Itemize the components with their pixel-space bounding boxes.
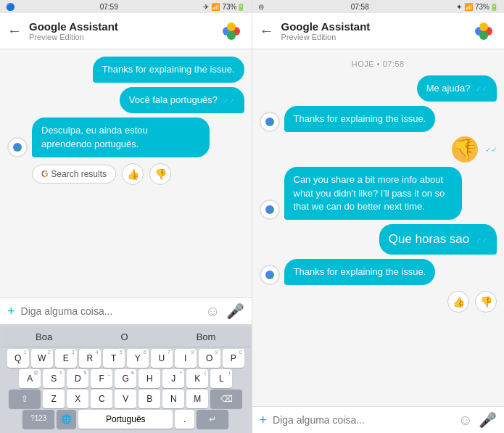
date-divider: HOJE • 07:58 [260,57,497,71]
key-f[interactable]: F_ [91,369,112,388]
key-globe[interactable]: 🌐 [57,410,76,429]
suggestion-o[interactable]: O [115,330,133,344]
avatar-right-2 [260,199,280,220]
key-period[interactable]: . [175,410,194,429]
message-row: Que horas sao ✓✓ [260,224,497,255]
search-results-button[interactable]: G Search results [32,165,116,183]
action-buttons-left: G Search results 👍 👎 [7,162,244,186]
key-m[interactable]: M [186,389,208,408]
plus-icon-right[interactable]: + [260,413,268,428]
key-a[interactable]: A@ [19,369,41,388]
app-bar-right: ← Google Assistant Preview Edition [252,13,505,49]
svg-point-6 [479,22,488,31]
key-x[interactable]: X [67,389,88,408]
plus-icon-left[interactable]: + [7,304,15,319]
app-title-right: Google Assistant Preview Edition [281,20,471,41]
key-t[interactable]: T5 [103,349,125,368]
avatar-left [7,137,28,157]
bubble-que-horas: Que horas sao ✓✓ [379,224,497,255]
key-i[interactable]: I8 [175,349,197,368]
message-row: Você fala português? ✓✓ [7,87,244,113]
message-input-left[interactable] [21,305,200,317]
back-button-right[interactable]: ← [260,22,274,39]
bubble-thanks-right: Thanks for explaining the issue. [284,106,436,132]
message-row: Can you share a bit more info about what… [260,167,497,220]
bt-icon: 🔵 [6,3,15,11]
key-shift[interactable]: ⇧ [9,389,41,408]
message-row: Desculpa, eu ainda estou aprendendo port… [7,117,244,157]
key-space[interactable]: Português [78,410,173,429]
thumbup-button-right[interactable]: 👍 [447,291,469,313]
message-row: 👎 ✓✓ [260,136,497,162]
thumbdown-button-right[interactable]: 👎 [475,291,497,313]
suggestion-bom[interactable]: Bom [191,330,222,344]
emoji-icon-left[interactable]: ☺ [205,303,220,320]
message-row: Me ajuda? ✓✓ [260,75,497,102]
chat-area-right: HOJE • 07:58 Me ajuda? ✓✓ Thanks for exp… [252,49,505,406]
key-d[interactable]: D$ [67,369,88,388]
avatar-right-1 [260,112,280,132]
assistant-icon-right [471,18,497,44]
key-num[interactable]: ?123 [22,410,54,429]
key-u[interactable]: U7 [151,349,173,368]
time-right: 07:58 [351,3,369,11]
thumbdown-button-left[interactable]: 👎 [149,163,171,185]
input-bar-left: + ☺ 🎤 [0,297,252,324]
signal-icon: ⊖ [258,3,264,11]
key-b[interactable]: B [139,389,160,408]
key-p[interactable]: P0 [223,349,244,368]
message-row: Thanks for explaining the issue. [260,106,497,132]
mic-icon-left[interactable]: 🎤 [226,302,244,320]
key-row-3: ⇧ Z X C V B N M ⌫ [1,389,250,408]
assistant-icon-left [218,18,244,44]
suggestion-boa[interactable]: Boa [30,330,58,344]
key-j[interactable]: J+ [162,369,184,388]
mic-icon-right[interactable]: 🎤 [479,411,497,429]
app-subtitle-right: Preview Edition [281,33,471,41]
status-right-right-icons: ✦ 📶 73%🔋 [456,3,498,11]
key-backspace[interactable]: ⌫ [210,389,242,408]
app-title-text-left: Google Assistant [29,20,218,33]
bubble-vc-fala: Você fala português? ✓✓ [120,87,244,113]
key-o[interactable]: O9 [199,349,220,368]
keyboard: Boa O Bom Q1 W2 E3 R4 T5 Y6 U7 I8 O9 P0 … [0,324,252,433]
status-bar-right: ⊖ 07:58 ✦ 📶 73%🔋 [252,0,505,13]
time-left: 07:59 [100,3,118,11]
message-row: Thanks for explaining the issue. [7,57,244,83]
svg-point-2 [227,22,236,31]
input-bar-right: + ☺ 🎤 [252,406,505,433]
bubble-thanks-left: Thanks for explaining the issue. [93,57,244,83]
key-s[interactable]: S# [43,369,65,388]
key-n[interactable]: N [162,389,184,408]
app-title-text-right: Google Assistant [281,20,471,33]
key-y[interactable]: Y6 [127,349,149,368]
key-row-2: A@ S# D$ F_ G& H- J+ K( L) [1,369,250,388]
key-row-1: Q1 W2 E3 R4 T5 Y6 U7 I8 O9 P0 [1,349,250,368]
bubble-desculpa: Desculpa, eu ainda estou aprendendo port… [32,117,210,157]
key-z[interactable]: Z [43,389,65,408]
key-k[interactable]: K( [186,369,208,388]
app-title-left: Google Assistant Preview Edition [29,20,218,41]
key-c[interactable]: C [91,389,112,408]
svg-point-3 [227,31,236,40]
key-w[interactable]: W2 [31,349,53,368]
key-v[interactable]: V [115,389,136,408]
key-q[interactable]: Q1 [7,349,29,368]
status-bar-left: 🔵 07:59 ✈ 📶 73%🔋 [0,0,252,13]
back-button-left[interactable]: ← [7,22,22,39]
app-bar-left: ← Google Assistant Preview Edition [0,13,252,49]
key-enter[interactable]: ↵ [197,410,228,429]
bubble-me-ajuda: Me ajuda? ✓✓ [417,75,497,102]
message-row: Thanks for explaining the issue. [260,259,497,285]
emoji-icon-right[interactable]: ☺ [458,412,473,429]
key-l[interactable]: L) [210,369,232,388]
status-left-icons: 🔵 [6,3,15,11]
key-g[interactable]: G& [115,369,136,388]
thumbup-button-left[interactable]: 👍 [122,163,144,185]
key-e[interactable]: E3 [55,349,77,368]
key-r[interactable]: R4 [79,349,101,368]
action-buttons-right: 👍 👎 [260,289,497,314]
key-h[interactable]: H- [139,369,160,388]
avatar-right-3 [260,265,280,285]
message-input-right[interactable] [273,414,453,426]
